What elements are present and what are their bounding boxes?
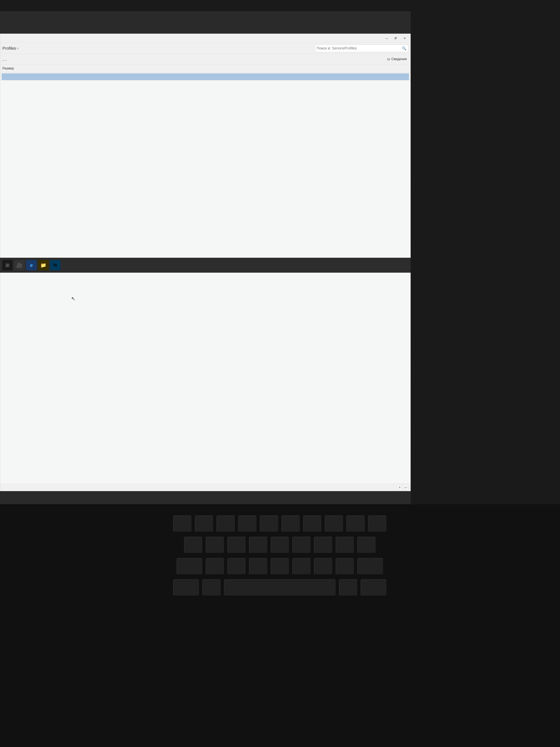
toolbar-right: 🗂 Сведения <box>385 56 408 62</box>
more-options-button[interactable]: ... <box>2 57 7 62</box>
taskbar-video-icon[interactable]: 🎥 <box>14 260 25 271</box>
navigation-bar: Profiles > 🔍 <box>0 43 410 54</box>
key-r[interactable] <box>238 515 257 532</box>
key-row-2 <box>15 537 545 553</box>
title-bar-controls: — 🗗 ✕ <box>382 35 409 41</box>
key-g[interactable] <box>271 537 289 553</box>
selected-row[interactable] <box>2 73 409 80</box>
key-h[interactable] <box>292 537 311 553</box>
tile-view-button[interactable]: ▭ <box>403 485 408 490</box>
search-icon: 🔍 <box>402 46 406 51</box>
list-view-button[interactable]: ≡ <box>397 485 402 490</box>
key-row-3 <box>15 558 545 575</box>
key-l[interactable] <box>357 537 376 553</box>
status-bar: ≡ ▭ <box>0 484 410 491</box>
search-bar[interactable]: 🔍 <box>315 45 408 52</box>
key-x[interactable] <box>228 558 246 575</box>
key-ctrl-right[interactable] <box>361 579 387 596</box>
toolbar: ... 🗂 Сведения <box>0 54 410 65</box>
taskbar-edge-icon[interactable]: e <box>26 260 36 271</box>
keyboard-rows <box>15 515 545 596</box>
taskbar-files-icon[interactable]: 📁 <box>38 260 49 271</box>
content-area[interactable]: ↖ <box>0 81 410 484</box>
key-shift-left[interactable] <box>177 558 203 575</box>
key-j[interactable] <box>314 537 332 553</box>
key-c[interactable] <box>249 558 268 575</box>
key-n[interactable] <box>314 558 332 575</box>
breadcrumb-profiles[interactable]: Profiles <box>2 46 16 51</box>
laptop-screen: — 🗗 ✕ Profiles > 🔍 ... 🗂 Сведения <box>0 11 411 515</box>
key-z[interactable] <box>206 558 224 575</box>
key-alt-left[interactable] <box>202 579 221 596</box>
key-row-1 <box>15 515 545 532</box>
search-input[interactable] <box>317 46 402 50</box>
key-i[interactable] <box>325 515 344 532</box>
key-row-4 <box>15 579 545 596</box>
key-alt-right[interactable] <box>339 579 358 596</box>
details-button[interactable]: 🗂 Сведения <box>385 56 408 62</box>
view-toggle: ≡ ▭ <box>397 485 408 490</box>
key-a[interactable] <box>184 537 203 553</box>
key-o[interactable] <box>346 515 365 532</box>
key-u[interactable] <box>303 515 322 532</box>
column-headers: Размер <box>0 65 410 73</box>
key-e[interactable] <box>216 515 235 532</box>
key-space[interactable] <box>224 579 336 596</box>
details-label: Сведения <box>392 57 407 61</box>
key-y[interactable] <box>282 515 300 532</box>
key-shift-right[interactable] <box>357 558 383 575</box>
key-t[interactable] <box>260 515 278 532</box>
key-q[interactable] <box>173 515 192 532</box>
close-button[interactable]: ✕ <box>400 35 409 41</box>
breadcrumb-separator: > <box>17 47 19 50</box>
taskbar-mail-icon[interactable]: ✉ <box>50 260 60 271</box>
mouse-cursor: ↖ <box>71 295 75 302</box>
size-column-header[interactable]: Размер <box>2 67 36 70</box>
key-b[interactable] <box>292 558 311 575</box>
key-s[interactable] <box>206 537 224 553</box>
key-k[interactable] <box>336 537 354 553</box>
minimize-button[interactable]: — <box>382 35 391 41</box>
taskbar: ⊞ 🎥 e 📁 ✉ <box>0 258 411 273</box>
breadcrumb[interactable]: Profiles > <box>2 46 313 51</box>
key-m[interactable] <box>336 558 354 575</box>
key-ctrl-left[interactable] <box>173 579 199 596</box>
details-icon: 🗂 <box>387 57 390 61</box>
start-icon[interactable]: ⊞ <box>2 260 13 271</box>
title-bar: — 🗗 ✕ <box>0 34 410 43</box>
key-d[interactable] <box>228 537 246 553</box>
key-f[interactable] <box>249 537 268 553</box>
restore-button[interactable]: 🗗 <box>392 35 400 41</box>
key-w[interactable] <box>195 515 214 532</box>
key-v[interactable] <box>271 558 289 575</box>
key-p[interactable] <box>368 515 387 532</box>
keyboard-area <box>0 504 560 747</box>
